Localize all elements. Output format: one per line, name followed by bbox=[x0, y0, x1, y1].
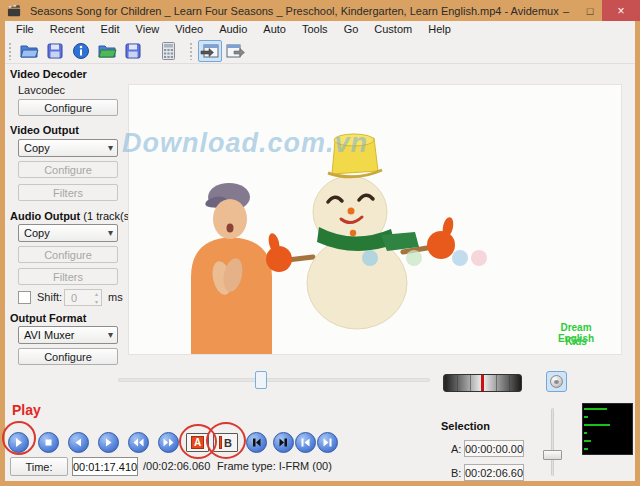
shift-label: Shift: bbox=[37, 291, 62, 303]
output-format-heading: Output Format bbox=[10, 312, 86, 324]
menu-recent[interactable]: Recent bbox=[42, 21, 93, 38]
save-icon bbox=[46, 42, 64, 60]
append-button[interactable] bbox=[95, 40, 119, 62]
frame-type-text: Frame type: I-FRM (00) bbox=[217, 460, 332, 472]
append-icon bbox=[97, 42, 117, 60]
watermark-dot-pink bbox=[471, 250, 487, 266]
tool-bar bbox=[5, 38, 635, 64]
arrow-left-icon bbox=[73, 437, 84, 448]
video-frame-scene bbox=[129, 85, 622, 355]
first-frame-button[interactable] bbox=[246, 432, 267, 453]
next-frame-button[interactable] bbox=[98, 432, 119, 453]
menu-help[interactable]: Help bbox=[420, 21, 459, 38]
output-format-configure-button[interactable]: Configure bbox=[18, 348, 118, 365]
app-icon bbox=[7, 3, 22, 18]
toolbar-grip bbox=[8, 42, 13, 60]
menu-go[interactable]: Go bbox=[336, 21, 367, 38]
avidemux-window: Seasons Song for Children _ Learn Four S… bbox=[0, 0, 640, 486]
video-output-configure-button: Configure bbox=[18, 161, 118, 178]
time-mode-button[interactable]: Time: bbox=[10, 457, 68, 476]
forward-button[interactable] bbox=[158, 432, 179, 453]
save-copy-button[interactable] bbox=[121, 40, 145, 62]
calculator-icon bbox=[162, 42, 175, 60]
window-frame-bottom bbox=[0, 481, 640, 486]
volume-slider-handle[interactable] bbox=[543, 450, 562, 460]
marker-a-icon: A bbox=[191, 436, 204, 449]
window-title: Seasons Song for Children _ Learn Four S… bbox=[30, 5, 559, 17]
seek-slider-track[interactable] bbox=[118, 378, 430, 382]
watermark-dot-blue bbox=[362, 250, 378, 266]
vu-meter bbox=[582, 403, 633, 455]
selection-a-label: A: bbox=[451, 443, 461, 455]
video-output-heading: Video Output bbox=[10, 124, 79, 136]
set-marker-b-tool-icon bbox=[226, 43, 246, 59]
video-decoder-configure-button[interactable]: Configure bbox=[18, 99, 118, 116]
video-preview bbox=[128, 84, 622, 355]
window-frame-left bbox=[0, 21, 5, 486]
menu-video[interactable]: Video bbox=[167, 21, 211, 38]
video-output-filters-button: Filters bbox=[18, 184, 118, 201]
chevron-down-icon: ▾ bbox=[108, 142, 113, 153]
watermark-dot-green bbox=[406, 250, 422, 266]
backward-button[interactable] bbox=[128, 432, 149, 453]
close-button[interactable]: × bbox=[602, 0, 640, 21]
chevron-down-icon: ▾ bbox=[108, 227, 113, 238]
set-marker-b-button[interactable]: B bbox=[213, 433, 238, 452]
audio-output-configure-button: Configure bbox=[18, 246, 118, 263]
save-copy-icon bbox=[124, 42, 142, 60]
play-button[interactable] bbox=[8, 432, 29, 453]
audio-toggle-button[interactable] bbox=[546, 371, 567, 392]
previous-frame-button[interactable] bbox=[68, 432, 89, 453]
video-output-selected: Copy bbox=[24, 142, 50, 154]
video-decoder-value: Lavcodec bbox=[18, 84, 65, 96]
jog-shuttle-wheel[interactable] bbox=[443, 374, 522, 392]
information-button[interactable] bbox=[69, 40, 93, 62]
keyframe-right-icon bbox=[322, 437, 333, 448]
toolbar-grip-2 bbox=[189, 42, 194, 60]
window-frame-right bbox=[635, 21, 640, 486]
arrow-right-icon bbox=[103, 437, 114, 448]
information-icon bbox=[72, 42, 90, 60]
menu-edit[interactable]: Edit bbox=[93, 21, 128, 38]
save-button[interactable] bbox=[43, 40, 67, 62]
last-frame-button[interactable] bbox=[273, 432, 294, 453]
menu-auto[interactable]: Auto bbox=[255, 21, 294, 38]
set-marker-a-button[interactable]: A bbox=[186, 433, 209, 452]
open-button[interactable] bbox=[17, 40, 41, 62]
menu-audio[interactable]: Audio bbox=[211, 21, 255, 38]
next-keyframe-button[interactable] bbox=[317, 432, 338, 453]
audio-output-heading: Audio Output (1 track(s)) bbox=[10, 210, 137, 222]
selection-b-label: B: bbox=[451, 467, 461, 479]
audio-output-select[interactable]: Copy ▾ bbox=[18, 224, 118, 242]
video-output-select[interactable]: Copy ▾ bbox=[18, 139, 118, 157]
shift-checkbox[interactable] bbox=[18, 291, 31, 304]
marker-bar-icon bbox=[219, 436, 222, 449]
speaker-icon bbox=[550, 375, 563, 388]
set-marker-b-tool-button[interactable] bbox=[224, 40, 248, 62]
double-arrow-right-icon bbox=[162, 437, 175, 448]
vu-meter-bars bbox=[584, 408, 632, 450]
menu-file[interactable]: File bbox=[8, 21, 42, 38]
maximize-button[interactable]: □ bbox=[578, 0, 602, 21]
stop-icon bbox=[43, 437, 54, 448]
set-marker-a-tool-icon bbox=[200, 43, 220, 59]
set-marker-a-tool-button[interactable] bbox=[198, 40, 222, 62]
output-format-selected: AVI Muxer bbox=[24, 329, 75, 341]
watermark-dot-blue-2 bbox=[452, 250, 468, 266]
double-arrow-left-icon bbox=[132, 437, 145, 448]
stop-button[interactable] bbox=[38, 432, 59, 453]
chevron-down-icon: ▾ bbox=[108, 329, 113, 340]
current-time-field[interactable]: 00:01:17.410 bbox=[72, 457, 138, 476]
volume-slider-track[interactable] bbox=[551, 408, 554, 476]
seek-slider-handle[interactable] bbox=[255, 371, 267, 389]
menu-tools[interactable]: Tools bbox=[294, 21, 336, 38]
title-bar: Seasons Song for Children _ Learn Four S… bbox=[0, 0, 640, 21]
minimize-button[interactable]: – bbox=[554, 0, 578, 21]
calculator-button[interactable] bbox=[156, 40, 180, 62]
watermark-text: Download.com.vn bbox=[122, 128, 382, 159]
selection-b-value: 00:02:06.60 bbox=[464, 464, 524, 481]
previous-keyframe-button[interactable] bbox=[295, 432, 316, 453]
menu-custom[interactable]: Custom bbox=[366, 21, 420, 38]
menu-view[interactable]: View bbox=[128, 21, 168, 38]
output-format-select[interactable]: AVI Muxer ▾ bbox=[18, 326, 118, 344]
